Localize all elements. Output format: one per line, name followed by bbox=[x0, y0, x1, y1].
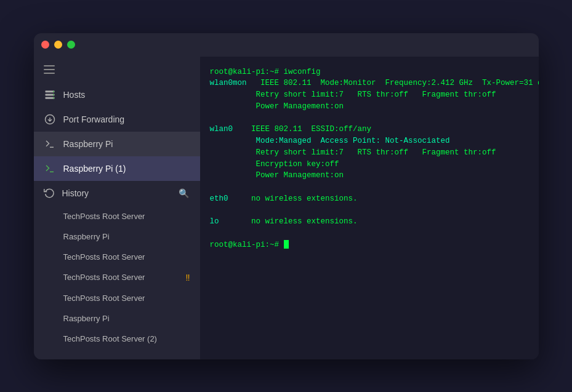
app-window: Hosts Port Forwarding bbox=[34, 33, 539, 359]
svg-point-3 bbox=[52, 90, 54, 92]
minimize-button[interactable] bbox=[54, 41, 62, 49]
terminal-prompt-line: root@kali-pi:~# bbox=[210, 239, 529, 251]
svg-point-5 bbox=[52, 97, 54, 98]
history-label: History bbox=[62, 188, 170, 198]
history-item-5[interactable]: Raspberry Pi bbox=[34, 308, 200, 329]
main-content: Hosts Port Forwarding bbox=[34, 57, 539, 359]
history-item-2[interactable]: TechPosts Root Server bbox=[34, 247, 200, 267]
history-section: History 🔍 TechPosts Root Server Raspberr… bbox=[34, 181, 200, 349]
raspberry-pi-active-label: Raspberry Pi (1) bbox=[63, 164, 190, 174]
history-item-label-0: TechPosts Root Server bbox=[63, 212, 145, 221]
history-item-0[interactable]: TechPosts Root Server bbox=[34, 206, 200, 226]
history-item-label-6: TechPosts Root Server (2) bbox=[63, 334, 157, 343]
terminal-line-14 bbox=[210, 228, 529, 239]
svg-point-4 bbox=[52, 94, 54, 95]
history-search-button[interactable]: 🔍 bbox=[177, 187, 190, 199]
hosts-icon bbox=[44, 89, 56, 101]
history-item-label-2: TechPosts Root Server bbox=[63, 252, 145, 262]
hamburger-button[interactable] bbox=[34, 57, 200, 82]
history-item-label-3: TechPosts Root Server bbox=[63, 273, 145, 282]
terminal-icon bbox=[44, 138, 56, 150]
history-item-label-1: Raspberry Pi bbox=[63, 232, 110, 241]
port-forwarding-label: Port Forwarding bbox=[63, 114, 190, 124]
close-button[interactable] bbox=[41, 41, 49, 49]
sidebar: Hosts Port Forwarding bbox=[34, 57, 200, 359]
history-item-6[interactable]: TechPosts Root Server (2) bbox=[34, 329, 200, 349]
hosts-label: Hosts bbox=[63, 90, 190, 100]
sidebar-item-hosts[interactable]: Hosts bbox=[34, 82, 200, 107]
terminal-line-9: Power Management:on bbox=[210, 170, 529, 182]
terminal-line-11: eth0 no wireless extensions. bbox=[210, 193, 529, 205]
terminal-line-12 bbox=[210, 205, 529, 217]
terminal-line-10 bbox=[210, 182, 529, 193]
terminal-line-3: Power Management:on bbox=[210, 101, 529, 113]
terminal-line-0: root@kali-pi:~# iwconfig bbox=[210, 66, 529, 78]
port-forwarding-icon bbox=[44, 113, 56, 126]
history-item-1[interactable]: Raspberry Pi bbox=[34, 226, 200, 247]
hamburger-icon bbox=[44, 65, 190, 74]
terminal-line-13: lo no wireless extensions. bbox=[210, 216, 529, 228]
terminal-line-8: Encryption key:off bbox=[210, 159, 529, 170]
history-header: History 🔍 bbox=[34, 181, 200, 206]
history-item-label-4: TechPosts Root Server bbox=[63, 294, 145, 303]
terminal-line-5: wlan0 IEEE 802.11 ESSID:off/any bbox=[210, 124, 529, 135]
active-terminal-icon bbox=[44, 162, 56, 175]
history-item-3[interactable]: TechPosts Root Server ‼ bbox=[34, 267, 200, 288]
warning-icon-3: ‼ bbox=[186, 273, 190, 282]
raspberry-pi-label: Raspberry Pi bbox=[63, 139, 190, 149]
history-icon bbox=[44, 187, 55, 200]
terminal-cursor bbox=[284, 240, 289, 249]
history-item-4[interactable]: TechPosts Root Server bbox=[34, 288, 200, 308]
terminal-line-4 bbox=[210, 113, 529, 124]
terminal-line-7: Retry short limit:7 RTS thr:off Fragment… bbox=[210, 147, 529, 159]
sidebar-item-raspberry-pi[interactable]: Raspberry Pi bbox=[34, 132, 200, 156]
titlebar bbox=[34, 33, 539, 57]
maximize-button[interactable] bbox=[67, 41, 75, 49]
traffic-lights bbox=[41, 41, 75, 49]
terminal-line-2: Retry short limit:7 RTS thr:off Fragment… bbox=[210, 89, 529, 101]
history-item-label-5: Raspberry Pi bbox=[63, 314, 110, 323]
terminal-line-1: wlan0mon IEEE 802.11 Mode:Monitor Freque… bbox=[210, 78, 529, 89]
terminal-panel[interactable]: root@kali-pi:~# iwconfig wlan0mon IEEE 8… bbox=[200, 57, 539, 359]
sidebar-item-raspberry-pi-active[interactable]: Raspberry Pi (1) bbox=[34, 156, 200, 181]
sidebar-item-port-forwarding[interactable]: Port Forwarding bbox=[34, 107, 200, 132]
terminal-line-6: Mode:Managed Access Point: Not-Associate… bbox=[210, 135, 529, 147]
